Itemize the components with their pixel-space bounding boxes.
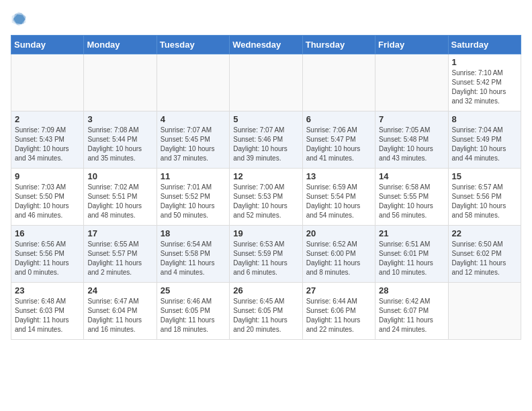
calendar-day-10: 10Sunrise: 7:02 AM Sunset: 5:51 PM Dayli…: [84, 169, 157, 226]
day-info: Sunrise: 6:57 AM Sunset: 5:56 PM Dayligh…: [452, 183, 517, 220]
day-info: Sunrise: 7:10 AM Sunset: 5:42 PM Dayligh…: [452, 68, 517, 106]
weekday-header-wednesday: Wednesday: [230, 36, 302, 54]
calendar-empty-cell: [448, 283, 521, 340]
day-number: 13: [306, 171, 371, 181]
day-number: 5: [233, 114, 298, 124]
logo: [11, 11, 28, 27]
calendar-day-7: 7Sunrise: 7:05 AM Sunset: 5:48 PM Daylig…: [375, 111, 448, 169]
day-number: 10: [87, 171, 152, 181]
calendar-day-2: 2Sunrise: 7:09 AM Sunset: 5:43 PM Daylig…: [11, 111, 84, 169]
day-number: 12: [233, 171, 298, 181]
calendar-day-18: 18Sunrise: 6:54 AM Sunset: 5:58 PM Dayli…: [157, 226, 229, 283]
day-number: 25: [161, 285, 226, 295]
calendar-day-22: 22Sunrise: 6:50 AM Sunset: 6:02 PM Dayli…: [448, 226, 521, 283]
day-number: 22: [452, 228, 517, 238]
calendar-day-24: 24Sunrise: 6:47 AM Sunset: 6:04 PM Dayli…: [84, 283, 157, 340]
day-number: 8: [452, 114, 517, 124]
day-info: Sunrise: 7:09 AM Sunset: 5:43 PM Dayligh…: [15, 126, 80, 163]
calendar-day-16: 16Sunrise: 6:56 AM Sunset: 5:56 PM Dayli…: [11, 226, 84, 283]
weekday-header-monday: Monday: [84, 36, 157, 54]
calendar-empty-cell: [302, 54, 375, 111]
calendar-week-row: 23Sunrise: 6:48 AM Sunset: 6:03 PM Dayli…: [11, 283, 521, 340]
weekday-header-friday: Friday: [375, 36, 448, 54]
day-number: 28: [379, 285, 444, 295]
day-number: 3: [87, 114, 152, 124]
calendar-empty-cell: [157, 54, 229, 111]
day-info: Sunrise: 7:08 AM Sunset: 5:44 PM Dayligh…: [87, 126, 152, 163]
day-info: Sunrise: 7:00 AM Sunset: 5:53 PM Dayligh…: [233, 183, 298, 220]
calendar-day-27: 27Sunrise: 6:44 AM Sunset: 6:06 PM Dayli…: [302, 283, 375, 340]
day-info: Sunrise: 6:45 AM Sunset: 6:05 PM Dayligh…: [233, 297, 298, 334]
day-number: 14: [379, 171, 444, 181]
day-number: 18: [161, 228, 226, 238]
day-info: Sunrise: 6:51 AM Sunset: 6:01 PM Dayligh…: [379, 240, 444, 277]
calendar-table: SundayMondayTuesdayWednesdayThursdayFrid…: [11, 35, 521, 340]
day-info: Sunrise: 7:02 AM Sunset: 5:51 PM Dayligh…: [87, 183, 152, 220]
day-number: 7: [379, 114, 444, 124]
calendar-empty-cell: [375, 54, 448, 111]
day-number: 19: [233, 228, 298, 238]
day-number: 26: [233, 285, 298, 295]
calendar-week-row: 2Sunrise: 7:09 AM Sunset: 5:43 PM Daylig…: [11, 111, 521, 169]
day-info: Sunrise: 6:50 AM Sunset: 6:02 PM Dayligh…: [452, 240, 517, 277]
day-info: Sunrise: 6:48 AM Sunset: 6:03 PM Dayligh…: [15, 297, 80, 334]
day-number: 16: [15, 228, 80, 238]
day-info: Sunrise: 7:07 AM Sunset: 5:45 PM Dayligh…: [161, 126, 226, 163]
calendar-day-17: 17Sunrise: 6:55 AM Sunset: 5:57 PM Dayli…: [84, 226, 157, 283]
calendar-day-6: 6Sunrise: 7:06 AM Sunset: 5:47 PM Daylig…: [302, 111, 375, 169]
calendar-day-11: 11Sunrise: 7:01 AM Sunset: 5:52 PM Dayli…: [157, 169, 229, 226]
day-number: 17: [87, 228, 152, 238]
day-info: Sunrise: 7:01 AM Sunset: 5:52 PM Dayligh…: [161, 183, 226, 220]
calendar-day-3: 3Sunrise: 7:08 AM Sunset: 5:44 PM Daylig…: [84, 111, 157, 169]
day-number: 20: [306, 228, 371, 238]
day-number: 23: [15, 285, 80, 295]
calendar-day-4: 4Sunrise: 7:07 AM Sunset: 5:45 PM Daylig…: [157, 111, 229, 169]
day-info: Sunrise: 7:03 AM Sunset: 5:50 PM Dayligh…: [15, 183, 80, 220]
calendar-day-1: 1Sunrise: 7:10 AM Sunset: 5:42 PM Daylig…: [448, 54, 521, 111]
day-info: Sunrise: 6:58 AM Sunset: 5:55 PM Dayligh…: [379, 183, 444, 220]
day-number: 2: [15, 114, 80, 124]
day-number: 21: [379, 228, 444, 238]
calendar-empty-cell: [230, 54, 302, 111]
weekday-header-row: SundayMondayTuesdayWednesdayThursdayFrid…: [11, 36, 521, 54]
day-number: 6: [306, 114, 371, 124]
calendar-day-26: 26Sunrise: 6:45 AM Sunset: 6:05 PM Dayli…: [230, 283, 302, 340]
day-number: 4: [161, 114, 226, 124]
day-number: 27: [306, 285, 371, 295]
day-info: Sunrise: 7:07 AM Sunset: 5:46 PM Dayligh…: [233, 126, 298, 163]
calendar-day-5: 5Sunrise: 7:07 AM Sunset: 5:46 PM Daylig…: [230, 111, 302, 169]
day-info: Sunrise: 6:52 AM Sunset: 6:00 PM Dayligh…: [306, 240, 371, 277]
day-info: Sunrise: 6:54 AM Sunset: 5:58 PM Dayligh…: [161, 240, 226, 277]
day-info: Sunrise: 7:05 AM Sunset: 5:48 PM Dayligh…: [379, 126, 444, 163]
day-info: Sunrise: 6:59 AM Sunset: 5:54 PM Dayligh…: [306, 183, 371, 220]
day-number: 11: [161, 171, 226, 181]
calendar-day-19: 19Sunrise: 6:53 AM Sunset: 5:59 PM Dayli…: [230, 226, 302, 283]
day-info: Sunrise: 6:56 AM Sunset: 5:56 PM Dayligh…: [15, 240, 80, 277]
day-info: Sunrise: 7:06 AM Sunset: 5:47 PM Dayligh…: [306, 126, 371, 163]
calendar-day-15: 15Sunrise: 6:57 AM Sunset: 5:56 PM Dayli…: [448, 169, 521, 226]
day-info: Sunrise: 6:53 AM Sunset: 5:59 PM Dayligh…: [233, 240, 298, 277]
logo-icon: [11, 11, 27, 27]
calendar-day-28: 28Sunrise: 6:42 AM Sunset: 6:07 PM Dayli…: [375, 283, 448, 340]
weekday-header-saturday: Saturday: [448, 36, 521, 54]
calendar-day-20: 20Sunrise: 6:52 AM Sunset: 6:00 PM Dayli…: [302, 226, 375, 283]
weekday-header-tuesday: Tuesday: [157, 36, 229, 54]
weekday-header-sunday: Sunday: [11, 36, 84, 54]
day-number: 24: [87, 285, 152, 295]
day-number: 9: [15, 171, 80, 181]
day-number: 15: [452, 171, 517, 181]
page-header: [11, 11, 521, 27]
weekday-header-thursday: Thursday: [302, 36, 375, 54]
calendar-empty-cell: [11, 54, 84, 111]
day-info: Sunrise: 6:47 AM Sunset: 6:04 PM Dayligh…: [87, 297, 152, 334]
calendar-day-9: 9Sunrise: 7:03 AM Sunset: 5:50 PM Daylig…: [11, 169, 84, 226]
calendar-week-row: 16Sunrise: 6:56 AM Sunset: 5:56 PM Dayli…: [11, 226, 521, 283]
calendar-day-8: 8Sunrise: 7:04 AM Sunset: 5:49 PM Daylig…: [448, 111, 521, 169]
calendar-day-25: 25Sunrise: 6:46 AM Sunset: 6:05 PM Dayli…: [157, 283, 229, 340]
day-info: Sunrise: 6:46 AM Sunset: 6:05 PM Dayligh…: [161, 297, 226, 334]
day-info: Sunrise: 7:04 AM Sunset: 5:49 PM Dayligh…: [452, 126, 517, 163]
calendar-day-13: 13Sunrise: 6:59 AM Sunset: 5:54 PM Dayli…: [302, 169, 375, 226]
day-info: Sunrise: 6:42 AM Sunset: 6:07 PM Dayligh…: [379, 297, 444, 334]
calendar-day-12: 12Sunrise: 7:00 AM Sunset: 5:53 PM Dayli…: [230, 169, 302, 226]
day-info: Sunrise: 6:55 AM Sunset: 5:57 PM Dayligh…: [87, 240, 152, 277]
